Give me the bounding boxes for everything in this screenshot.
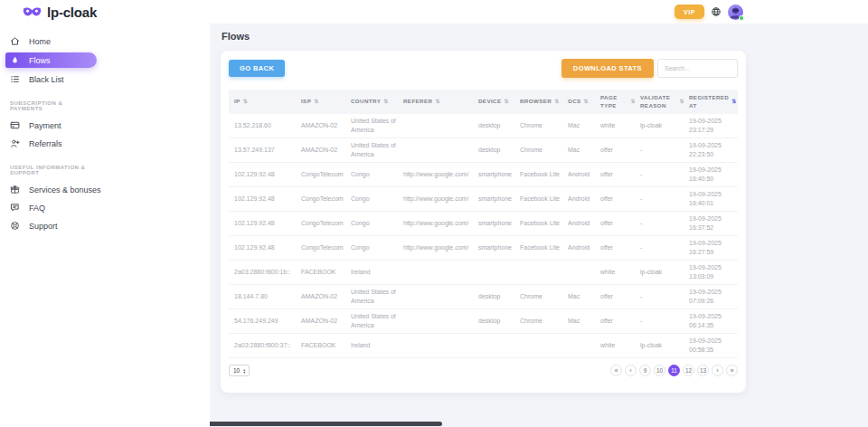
sidebar-item-label: Referrals <box>29 139 62 148</box>
top-header: lp-cloak VIP <box>0 0 868 24</box>
table-cell: - <box>640 219 689 228</box>
table-cell: Facebook Lite <box>520 243 568 252</box>
table-cell: - <box>640 243 689 252</box>
pagination-page-button[interactable]: 10 <box>654 365 665 376</box>
table-cell: 2a03:2880:f800:1b:: <box>234 268 301 277</box>
sidebar-item-referrals[interactable]: Referrals <box>0 137 210 150</box>
sidebar-item-payment[interactable]: Payment <box>0 119 210 132</box>
sort-icon[interactable]: ⇅ <box>554 98 559 105</box>
sort-icon[interactable]: ⇅ <box>680 98 684 105</box>
table-cell: AMAZON-02 <box>301 317 351 326</box>
column-header[interactable]: REGISTERED AT⇅ <box>689 94 741 109</box>
table-cell: 19-09-2025 16:40:01 <box>689 190 738 208</box>
sidebar-item-label: Black List <box>29 75 64 84</box>
table-row[interactable]: 2a03:2880:f800:1b::FACEBOOKIrelandwhitel… <box>229 261 738 285</box>
table-cell: white <box>600 121 640 130</box>
sidebar-item-home[interactable]: Home <box>0 34 210 48</box>
column-header[interactable]: VALIDATE REASON⇅ <box>640 94 689 109</box>
brand-logo[interactable]: lp-cloak <box>23 5 97 20</box>
table-cell: http://www.google.com/ <box>403 170 478 179</box>
table-row[interactable]: 102.129.92.48CongoTelecomCongohttp://www… <box>229 163 738 187</box>
table-cell: 13.57.249.137 <box>234 146 301 155</box>
column-header[interactable]: BROWSER⇅ <box>520 98 568 105</box>
table-cell: offer <box>600 146 640 155</box>
sidebar-item-services-bonuses[interactable]: Services & bonuses <box>0 183 210 196</box>
page-size-select[interactable]: 10 ▴▾ <box>229 365 250 376</box>
table-cell: http://www.google.com/ <box>403 243 478 252</box>
sidebar-item-flows[interactable]: Flows <box>5 52 97 68</box>
table-row[interactable]: 18.144.7.80AMAZON-02United States of Ame… <box>229 285 738 309</box>
pagination: «‹910111213›» <box>610 365 738 376</box>
table-header-row: IP⇅ISP⇅COUNTRY⇅REFERER⇅DEVICE⇅BROWSER⇅OC… <box>229 90 738 114</box>
sort-icon[interactable]: ⇅ <box>631 98 636 105</box>
column-header[interactable]: OCS⇅ <box>568 98 600 105</box>
sidebar-section-payments: SUBSCRIPTION & PAYMENTS <box>0 100 210 111</box>
sidebar-section-support: USEFUL INFORMATION & SUPPORT <box>0 165 210 176</box>
table-cell: 18.144.7.80 <box>234 292 301 301</box>
sort-icon[interactable]: ⇅ <box>243 98 248 105</box>
table-cell: United States of America <box>351 117 403 135</box>
sidebar-item-black-list[interactable]: Black List <box>0 72 210 86</box>
sidebar-item-label: Payment <box>29 121 61 130</box>
table-body: 13.52.218.60AMAZON-02United States of Am… <box>229 114 738 358</box>
pagination-page-button[interactable]: 13 <box>697 365 709 376</box>
sidebar-item-support[interactable]: Support <box>0 219 210 232</box>
table-cell: 102.129.92.48 <box>234 195 301 204</box>
avatar[interactable] <box>728 5 743 20</box>
table-cell: 102.129.92.48 <box>234 219 301 228</box>
pagination-arrow-button[interactable]: » <box>726 365 738 376</box>
table-row[interactable]: 13.52.218.60AMAZON-02United States of Am… <box>229 114 738 138</box>
column-header[interactable]: IP⇅ <box>234 98 301 105</box>
pagination-arrow-button[interactable]: ‹ <box>625 365 637 376</box>
pagination-arrow-button[interactable]: « <box>610 365 622 376</box>
sort-icon[interactable]: ⇅ <box>383 98 388 105</box>
sort-icon[interactable]: ⇅ <box>435 98 439 105</box>
table-cell: Mac <box>568 121 600 130</box>
table-cell: Mac <box>568 292 600 301</box>
table-cell: offer <box>600 317 640 326</box>
pagination-page-button[interactable]: 9 <box>639 365 651 376</box>
sidebar-item-label: Services & bonuses <box>29 185 101 195</box>
pagination-page-button[interactable]: 12 <box>683 365 694 376</box>
table-cell: desktop <box>478 146 520 155</box>
table-row[interactable]: 102.129.92.48CongoTelecomCongohttp://www… <box>229 236 738 261</box>
pagination-arrow-button[interactable]: › <box>712 365 723 376</box>
mask-logo-icon <box>23 6 42 18</box>
table-row[interactable]: 54.176.249.249AMAZON-02United States of … <box>229 309 738 334</box>
column-header[interactable]: ISP⇅ <box>301 98 351 105</box>
table-cell: smartphone <box>478 219 520 228</box>
table-row[interactable]: 2a03:2880:f800:37::FACEBOOKIrelandwhitel… <box>229 334 738 358</box>
flows-card: GO BACK DOWNLOAD STATS IP⇅ISP⇅COUNTRY⇅RE… <box>221 51 746 393</box>
table-cell: white <box>600 341 640 350</box>
sidebar-item-faq[interactable]: FAQ <box>0 201 210 214</box>
download-stats-button[interactable]: DOWNLOAD STATS <box>561 59 654 78</box>
search-input[interactable] <box>657 59 738 78</box>
column-header[interactable]: COUNTRY⇅ <box>351 98 403 105</box>
table-row[interactable]: 13.57.249.137AMAZON-02United States of A… <box>229 138 738 163</box>
table-cell: Chrome <box>520 146 568 155</box>
table-cell: CongoTelecom <box>301 219 351 228</box>
table-row[interactable]: 102.129.92.48CongoTelecomCongohttp://www… <box>229 212 738 236</box>
table-cell: Mac <box>568 317 600 326</box>
go-back-button[interactable]: GO BACK <box>229 60 285 77</box>
column-header[interactable]: PAGE TYPE⇅ <box>600 94 640 109</box>
table-cell: lp-cloak <box>640 268 689 277</box>
sort-icon[interactable]: ⇅ <box>504 98 508 105</box>
sidebar-item-label: Flows <box>29 56 51 65</box>
table-cell: Facebook Lite <box>520 170 568 179</box>
column-header[interactable]: DEVICE⇅ <box>478 98 520 105</box>
sort-icon[interactable]: ⇅ <box>584 98 589 105</box>
table-cell: Chrome <box>520 121 568 130</box>
sort-icon[interactable]: ⇅ <box>731 98 736 105</box>
pagination-page-button[interactable]: 11 <box>668 365 680 376</box>
table-row[interactable]: 102.129.92.48CongoTelecomCongohttp://www… <box>229 187 738 212</box>
vip-button[interactable]: VIP <box>675 5 704 19</box>
table-cell: white <box>600 268 640 277</box>
sort-icon[interactable]: ⇅ <box>314 98 318 105</box>
globe-icon[interactable] <box>711 6 722 17</box>
table-cell: AMAZON-02 <box>301 146 351 155</box>
table-cell: - <box>640 146 689 155</box>
online-status-dot <box>739 15 744 21</box>
table-cell: lp-cloak <box>640 341 689 350</box>
column-header[interactable]: REFERER⇅ <box>403 98 478 105</box>
